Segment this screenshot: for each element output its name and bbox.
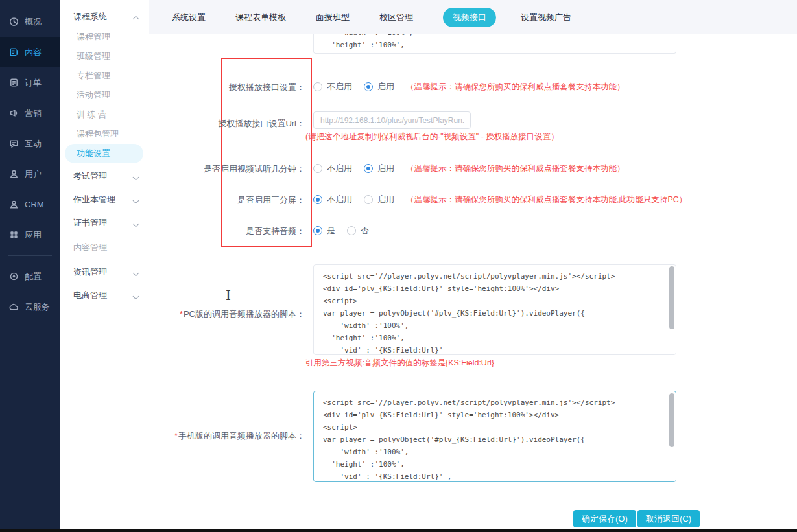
radio-enable[interactable] [364, 164, 373, 173]
sidebar-item-label: 营销 [25, 108, 42, 119]
sidebar-item-content[interactable]: 内容 [0, 37, 60, 67]
apps-grid-icon [9, 230, 19, 240]
field-label-auth-play-api: 授权播放接口设置： [149, 82, 305, 93]
menu-item-column-mgmt[interactable]: 专栏管理 [60, 66, 149, 86]
menu-group-certificate-mgmt[interactable]: 证书管理 [60, 213, 149, 233]
chevron-down-icon [133, 293, 138, 298]
megaphone-icon [9, 108, 19, 119]
radio-label[interactable]: 否 [361, 225, 369, 237]
chat-icon [9, 139, 19, 149]
menu-group-label: 课程系统 [73, 11, 107, 23]
radio-yes[interactable] [313, 226, 322, 235]
mobile-audio-script-textarea[interactable]: <script src='//player.polyv.net/script/p… [313, 391, 676, 482]
menu-group-content-mgmt[interactable]: 内容管理 [60, 237, 149, 258]
radio-group-three-split-screen: 不启用 启用 （温馨提示：请确保您所购买的保利威点播套餐支持本功能,此功能只支持… [313, 193, 687, 206]
chevron-up-icon [133, 14, 138, 19]
menu-item-feature-settings[interactable]: 功能设置 [65, 144, 143, 163]
sidebar-item-apps[interactable]: 应用 [0, 220, 60, 250]
menu-group-label: 证书管理 [73, 217, 107, 229]
tab-video-interface[interactable]: 视频接口 [443, 8, 496, 27]
chevron-down-icon [133, 220, 138, 226]
radio-enable[interactable] [364, 195, 373, 204]
menu-group-exam-mgmt[interactable]: 考试管理 [60, 166, 149, 187]
tab-video-ad-settings[interactable]: 设置视频广告 [521, 12, 571, 23]
required-mark: * [180, 309, 183, 319]
code-text: 'width' : '100%', 'height' :'100%', 'vid… [314, 34, 676, 54]
cancel-button[interactable]: 取消返回(C) [637, 510, 700, 527]
tab-course-form-template[interactable]: 课程表单模板 [235, 12, 286, 23]
tab-system-settings[interactable]: 系统设置 [172, 12, 206, 23]
tab-bar: 系统设置 课程表单模板 面授班型 校区管理 视频接口 设置视频广告 [149, 0, 797, 34]
radio-label[interactable]: 启用 [377, 194, 394, 205]
sidebar-item-label: 云服务 [25, 301, 50, 313]
menu-item-label: 活动管理 [77, 89, 110, 101]
radio-label[interactable]: 是 [327, 225, 335, 237]
crm-user-icon [9, 200, 19, 210]
sidebar-divider [8, 255, 52, 256]
field-label-pc-audio-script: *PC版的调用音频播放器的脚本： [149, 308, 305, 320]
secondary-sidebar: 课程系统 课程管理 班级管理 专栏管理 活动管理 训 练 营 课程包管理 功能设… [60, 0, 149, 529]
radio-group-auth-play-api: 不启用 启用 （温馨提示：请确保您所购买的保利威点播套餐支持本功能） [313, 80, 625, 93]
menu-group-label: 考试管理 [73, 170, 107, 182]
radio-label[interactable]: 不启用 [327, 163, 352, 174]
sidebar-item-settings[interactable]: 配置 [0, 261, 60, 292]
radio-label[interactable]: 启用 [377, 163, 394, 174]
radio-enable[interactable] [364, 82, 373, 91]
sidebar-item-label: 用户 [25, 168, 42, 180]
menu-item-label: 班级管理 [77, 51, 110, 62]
warning-hint: （温馨提示：请确保您所购买的保利威点播套餐支持本功能） [406, 82, 625, 93]
gear-icon [9, 272, 19, 282]
radio-label[interactable]: 不启用 [327, 81, 352, 93]
sidebar-item-overview[interactable]: 概况 [0, 6, 60, 37]
sidebar-item-users[interactable]: 用户 [0, 159, 60, 189]
save-button[interactable]: 确定保存(O) [573, 510, 636, 527]
sidebar-item-crm[interactable]: CRM [0, 189, 60, 220]
order-icon [9, 78, 19, 88]
field-label-mobile-audio-script: *手机版的调用音频播放器的脚本： [149, 430, 305, 442]
pc-audio-script-textarea[interactable]: <script src='//player.polyv.net/script/p… [313, 264, 676, 355]
tab-campus-mgmt[interactable]: 校区管理 [379, 12, 413, 23]
scrollbar-thumb[interactable] [669, 266, 674, 329]
menu-item-label: 训 练 营 [77, 109, 106, 121]
scrollbar-thumb[interactable] [669, 393, 674, 447]
menu-group-homework-mgmt[interactable]: 作业本管理 [60, 189, 149, 210]
main-content: 'width' : '100%', 'height' :'100%', 'vid… [149, 0, 797, 529]
tab-offline-class-type[interactable]: 面授班型 [316, 12, 350, 23]
radio-label[interactable]: 不启用 [327, 194, 352, 205]
radio-group-audio-support: 是 否 [313, 224, 381, 237]
code-text: <script src='//player.polyv.net/script/p… [314, 391, 676, 482]
sidebar-item-label: 应用 [25, 229, 42, 241]
menu-item-label: 功能设置 [77, 148, 110, 159]
menu-item-label: 专栏管理 [77, 70, 110, 82]
auth-play-api-url-input[interactable] [313, 111, 471, 129]
pie-chart-icon [9, 17, 19, 27]
video-script-textarea-partial[interactable]: 'width' : '100%', 'height' :'100%', 'vid… [313, 34, 676, 54]
radio-disable[interactable] [313, 82, 322, 91]
code-text: <script src='//player.polyv.net/script/p… [314, 265, 676, 355]
radio-no[interactable] [347, 226, 356, 235]
sidebar-item-label: 内容 [25, 47, 42, 58]
menu-group-course-system[interactable]: 课程系统 [60, 6, 149, 27]
menu-group-label: 作业本管理 [73, 194, 115, 205]
menu-item-course-package[interactable]: 课程包管理 [60, 124, 149, 144]
menu-group-ecommerce-mgmt[interactable]: 电商管理 [60, 285, 149, 306]
sidebar-item-cloud[interactable]: 云服务 [0, 292, 60, 322]
menu-item-label: 课程包管理 [77, 128, 119, 140]
radio-disable[interactable] [313, 164, 322, 173]
radio-disable[interactable] [313, 195, 322, 204]
menu-item-label: 课程管理 [77, 31, 110, 43]
menu-group-label: 资讯管理 [73, 266, 107, 278]
sidebar-item-marketing[interactable]: 营销 [0, 98, 60, 128]
menu-item-activity-mgmt[interactable]: 活动管理 [60, 86, 149, 105]
menu-item-class-mgmt[interactable]: 班级管理 [60, 47, 149, 66]
radio-label[interactable]: 启用 [377, 81, 394, 93]
sidebar-item-orders[interactable]: 订单 [0, 67, 60, 98]
field-label-trial-minutes: 是否启用视频试听几分钟： [149, 163, 305, 175]
menu-group-news-mgmt[interactable]: 资讯管理 [60, 262, 149, 283]
third-party-tag-hint: 引用第三方视频:音频文件的值的标签是{KS:Field:Url} [305, 358, 494, 369]
text-cursor-pointer: I [226, 288, 231, 303]
menu-item-course-mgmt[interactable]: 课程管理 [60, 27, 149, 47]
sidebar-item-interaction[interactable]: 互动 [0, 128, 60, 159]
field-label-three-split-screen: 是否启用三分屏： [149, 194, 305, 206]
menu-item-training-camp[interactable]: 训 练 营 [60, 105, 149, 124]
